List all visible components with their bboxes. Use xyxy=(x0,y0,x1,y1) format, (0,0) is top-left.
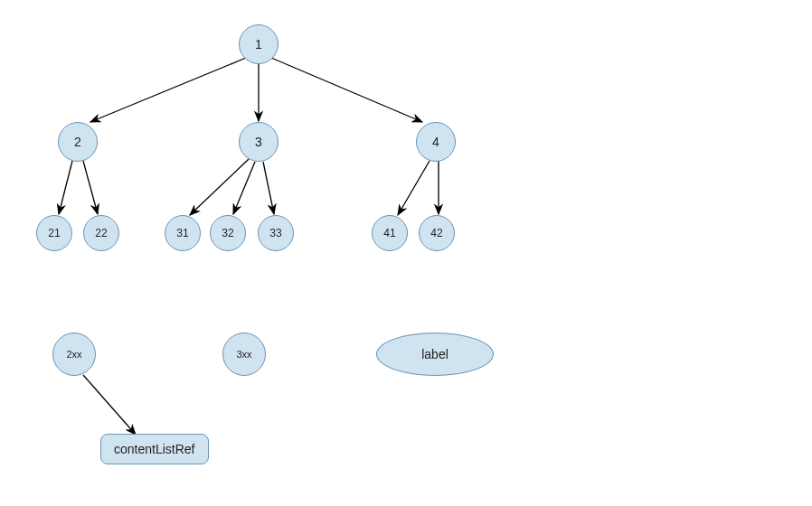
svg-line-8 xyxy=(398,161,430,215)
svg-line-6 xyxy=(233,162,255,214)
node-1-label: 1 xyxy=(255,37,262,52)
node-2xx-label: 2xx xyxy=(66,349,81,360)
diagram-edges xyxy=(0,0,812,506)
svg-line-10 xyxy=(83,375,136,435)
node-1: 1 xyxy=(239,24,279,64)
node-3-label: 3 xyxy=(255,135,262,149)
node-4-label: 4 xyxy=(432,135,439,149)
node-contentlistref-label: contentListRef xyxy=(114,442,195,456)
node-label: label xyxy=(376,333,494,376)
node-32-label: 32 xyxy=(222,227,233,239)
node-4: 4 xyxy=(416,122,456,162)
svg-line-2 xyxy=(271,58,422,122)
node-21: 21 xyxy=(36,215,72,251)
node-2xx: 2xx xyxy=(52,333,96,376)
node-22: 22 xyxy=(83,215,119,251)
svg-line-3 xyxy=(59,161,72,214)
node-31-label: 31 xyxy=(176,227,188,239)
node-3: 3 xyxy=(239,122,279,162)
svg-line-0 xyxy=(90,58,246,122)
node-3xx: 3xx xyxy=(222,333,266,376)
node-3xx-label: 3xx xyxy=(236,349,251,360)
svg-line-4 xyxy=(83,161,98,214)
node-42-label: 42 xyxy=(430,227,442,239)
node-label-text: label xyxy=(421,347,448,361)
svg-line-7 xyxy=(263,162,274,214)
node-41-label: 41 xyxy=(383,227,395,239)
node-2: 2 xyxy=(58,122,98,162)
node-31: 31 xyxy=(165,215,201,251)
svg-line-5 xyxy=(190,159,249,215)
node-contentlistref: contentListRef xyxy=(100,434,209,464)
node-21-label: 21 xyxy=(48,227,60,239)
node-41: 41 xyxy=(372,215,408,251)
node-33-label: 33 xyxy=(269,227,281,239)
node-2-label: 2 xyxy=(74,135,81,149)
node-33: 33 xyxy=(258,215,294,251)
node-32: 32 xyxy=(210,215,246,251)
node-22-label: 22 xyxy=(95,227,107,239)
node-42: 42 xyxy=(419,215,455,251)
